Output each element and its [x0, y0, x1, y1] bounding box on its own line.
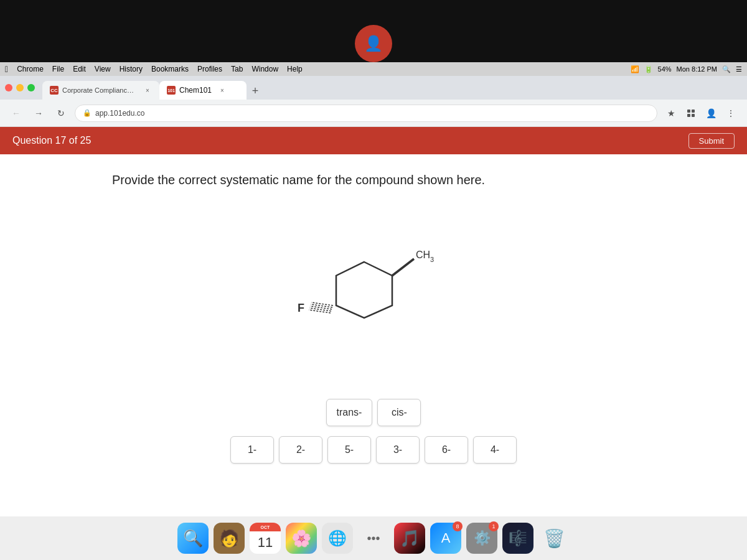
dock-systemprefs[interactable]: ⚙️ 1: [466, 523, 497, 554]
menu-history[interactable]: History: [120, 65, 143, 73]
menu-view[interactable]: View: [95, 65, 111, 73]
tab-compliance-label: Corporate Compliance Library: [62, 86, 137, 94]
dock-appstore[interactable]: A 8: [430, 523, 461, 554]
tab-chem101-icon: 101: [167, 86, 176, 95]
tab-compliance[interactable]: CC Corporate Compliance Library ×: [42, 81, 159, 100]
traffic-lights: [5, 84, 35, 91]
dock-trash[interactable]: 🗑️: [538, 523, 570, 554]
menu-icon[interactable]: ☰: [736, 65, 742, 73]
chrome-addressbar: ← → ↻ 🔒 app.101edu.co ★ 👤 ⋮: [0, 100, 747, 127]
tile-cis[interactable]: cis-: [377, 399, 421, 426]
reload-button[interactable]: ↻: [52, 105, 70, 122]
dock-finder[interactable]: 🔍: [177, 523, 209, 554]
submit-button[interactable]: Submit: [688, 133, 735, 149]
tab-chem101-label: Chem101: [179, 86, 212, 95]
svg-rect-3: [692, 114, 695, 117]
chrome-toolbar-right: ★ 👤 ⋮: [662, 105, 740, 122]
tab-compliance-icon: CC: [50, 86, 59, 95]
menu-chrome[interactable]: Chrome: [17, 65, 44, 73]
search-icon[interactable]: 🔍: [722, 65, 731, 73]
dock-prefs-badge: 1: [489, 521, 499, 531]
tile-trans[interactable]: trans-: [326, 399, 373, 426]
question-header: Question 17 of 25 Submit: [0, 127, 747, 154]
molecule-svg: F CH3: [274, 212, 473, 362]
apple-menu[interactable]: : [5, 64, 8, 74]
question-text: Provide the correct systematic name for …: [112, 173, 635, 187]
menu-edit[interactable]: Edit: [73, 65, 86, 73]
tile-3[interactable]: 3-: [376, 436, 420, 464]
battery-icon: 🔋: [644, 65, 653, 73]
tile-1[interactable]: 1-: [230, 436, 274, 464]
menu-file[interactable]: File: [52, 65, 64, 73]
tab-compliance-close[interactable]: ×: [143, 86, 152, 95]
question-body: Provide the correct systematic name for …: [0, 154, 747, 503]
chrome-window: CC Corporate Compliance Library × 101 Ch…: [0, 76, 747, 560]
cyclohexane-ring: [336, 262, 392, 318]
question-progress: Question 17 of 25: [12, 135, 91, 146]
tile-6[interactable]: 6-: [425, 436, 468, 464]
bookmarks-star-icon[interactable]: ★: [662, 105, 680, 122]
tab-chem101[interactable]: 101 Chem101 ×: [159, 81, 247, 100]
mac-dock: 🔍 🧑 OCT 11 🌸 🌐 ••• 🎵 A 8: [0, 516, 747, 560]
ch3-label: CH3: [416, 250, 434, 263]
top-dark-area: 👤: [0, 0, 747, 62]
answer-row-prefixes: trans- cis-: [326, 399, 421, 426]
mac-menubar:  Chrome File Edit View History Bookmark…: [0, 62, 747, 76]
profile-icon[interactable]: 👤: [702, 105, 720, 122]
new-tab-button[interactable]: +: [247, 82, 264, 100]
minimize-button[interactable]: [16, 84, 24, 91]
battery-percentage: 54%: [658, 65, 672, 73]
ch3-bond: [392, 259, 414, 276]
dock-person[interactable]: 🧑: [214, 523, 245, 554]
dock-appstore-badge: 8: [453, 521, 463, 531]
menu-window[interactable]: Window: [251, 65, 278, 73]
back-button[interactable]: ←: [7, 105, 25, 122]
menu-tab[interactable]: Tab: [231, 65, 243, 73]
fluorine-label: F: [298, 302, 304, 314]
chemistry-diagram: F CH3: [112, 212, 635, 362]
menu-bookmarks[interactable]: Bookmarks: [151, 65, 189, 73]
tile-4[interactable]: 4-: [473, 436, 517, 464]
svg-rect-1: [692, 110, 695, 113]
mac-desktop: 👤  Chrome File Edit View History Bookma…: [0, 0, 747, 560]
close-button[interactable]: [5, 84, 12, 91]
tile-5[interactable]: 5-: [327, 436, 371, 464]
dock-itunes[interactable]: 🎼: [502, 523, 533, 554]
forward-button[interactable]: →: [30, 105, 47, 122]
maximize-button[interactable]: [27, 84, 35, 91]
dock-calendar-day: 11: [250, 531, 281, 554]
url-text: app.101edu.co: [95, 109, 144, 118]
answer-row-numbers: 1- 2- 5- 3- 6- 4-: [230, 436, 517, 464]
svg-rect-2: [687, 114, 690, 117]
svg-line-4: [311, 302, 333, 306]
menu-profiles[interactable]: Profiles: [197, 65, 222, 73]
clock: Mon 8:12 PM: [677, 65, 717, 73]
svg-rect-0: [687, 110, 690, 113]
dock-photos[interactable]: 🌸: [286, 523, 317, 554]
dock-calendar[interactable]: OCT 11: [250, 523, 281, 554]
dock-more[interactable]: •••: [358, 523, 389, 554]
chrome-menu-icon[interactable]: ⋮: [722, 105, 740, 122]
address-bar[interactable]: 🔒 app.101edu.co: [75, 105, 657, 122]
answer-area: trans- cis- 1- 2- 5- 3- 6- 4-: [112, 399, 635, 464]
tab-chem101-close[interactable]: ×: [218, 86, 227, 95]
tile-2[interactable]: 2-: [279, 436, 322, 464]
dock-browser[interactable]: 🌐: [322, 523, 353, 554]
dock-music[interactable]: 🎵: [394, 523, 425, 554]
chrome-tabs: CC Corporate Compliance Library × 101 Ch…: [42, 76, 742, 100]
menu-help[interactable]: Help: [287, 65, 303, 73]
wifi-icon: 📶: [631, 65, 639, 73]
dock-calendar-month: OCT: [250, 523, 281, 531]
page-content: Question 17 of 25 Submit Provide the cor…: [0, 127, 747, 503]
lock-icon: 🔒: [83, 109, 92, 117]
chrome-titlebar: CC Corporate Compliance Library × 101 Ch…: [0, 76, 747, 100]
avatar: 👤: [355, 25, 392, 62]
extensions-icon[interactable]: [682, 105, 700, 122]
